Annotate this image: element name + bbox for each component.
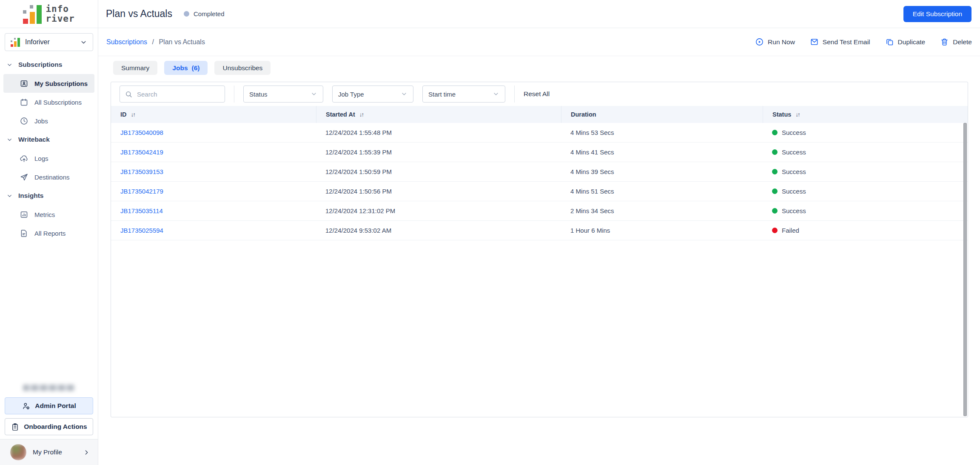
- duplicate-button[interactable]: Duplicate: [885, 37, 926, 46]
- badge-user-icon: [20, 79, 28, 88]
- edit-subscription-button[interactable]: Edit Subscription: [903, 6, 971, 22]
- status-dot-icon: [772, 188, 778, 194]
- job-id-link[interactable]: JB1735035114: [120, 207, 163, 214]
- sidebar-item-my-subscriptions[interactable]: My Subscriptions: [3, 74, 94, 93]
- table-header: ID ↓↑ Started At ↓↑ Duration Status ↓↑: [111, 106, 968, 123]
- admin-portal-label: Admin Portal: [35, 402, 76, 410]
- job-id-link[interactable]: JB1735040098: [120, 129, 163, 136]
- column-header-duration: Duration: [561, 106, 763, 123]
- brand-word-line1: info: [46, 4, 74, 14]
- started-at-cell: 12/24/2024 12:31:02 PM: [316, 207, 561, 214]
- sidebar-item-label: Jobs: [34, 117, 48, 125]
- status-dot-icon: [772, 169, 778, 174]
- section-label: Writeback: [18, 136, 50, 143]
- status-dot-icon: [772, 208, 778, 214]
- status-label: Success: [782, 188, 806, 195]
- search-icon: [125, 90, 133, 98]
- chevron-down-icon: [6, 193, 13, 199]
- status-label: Success: [782, 148, 806, 156]
- run-now-button[interactable]: Run Now: [755, 37, 795, 46]
- tabs: Summary Jobs (6) Unsubscribes: [98, 56, 980, 75]
- table-row: JB1735042179 12/24/2024 1:50:56 PM 4 Min…: [111, 182, 968, 201]
- sidebar-item-all-subscriptions[interactable]: All Subscriptions: [3, 93, 94, 111]
- delete-button[interactable]: Delete: [940, 37, 972, 46]
- status-cell: Success: [763, 188, 968, 195]
- person-gear-icon: [22, 402, 31, 411]
- sidebar-section-writeback[interactable]: Writeback: [0, 130, 98, 149]
- my-profile-row[interactable]: My Profile: [0, 439, 98, 465]
- chevron-down-icon: [493, 91, 499, 97]
- trash-icon: [940, 37, 949, 46]
- chevron-down-icon: [401, 91, 407, 97]
- onboarding-actions-button[interactable]: Onboarding Actions: [5, 418, 93, 435]
- breadcrumb-subscriptions-link[interactable]: Subscriptions: [106, 38, 147, 46]
- sort-arrows-icon[interactable]: ↓↑: [131, 111, 135, 118]
- column-label: ID: [120, 111, 127, 118]
- job-id-link[interactable]: JB1735042179: [120, 188, 163, 195]
- started-at-cell: 12/24/2024 9:53:02 AM: [316, 227, 561, 234]
- tab-summary[interactable]: Summary: [113, 61, 157, 75]
- table-row: JB1735035114 12/24/2024 12:31:02 PM 2 Mi…: [111, 201, 968, 221]
- status-label: Failed: [782, 227, 799, 234]
- job-id-link[interactable]: JB1735025594: [120, 227, 163, 234]
- sort-arrows-icon[interactable]: ↓↑: [359, 111, 364, 118]
- breadcrumb-bar: Subscriptions / Plan vs Actuals Run Now …: [98, 28, 980, 56]
- table-row: JB1735042419 12/24/2024 1:55:39 PM 4 Min…: [111, 143, 968, 162]
- calendar-icon: [20, 98, 28, 107]
- sidebar-section-subscriptions[interactable]: Subscriptions: [0, 55, 98, 74]
- sort-arrows-icon[interactable]: ↓↑: [795, 111, 800, 118]
- duration-cell: 2 Mins 34 Secs: [561, 207, 763, 214]
- table-row: JB1735040098 12/24/2024 1:55:48 PM 4 Min…: [111, 123, 968, 143]
- column-header-started-at: Started At ↓↑: [316, 106, 561, 123]
- sidebar-item-metrics[interactable]: Metrics: [3, 205, 94, 224]
- run-now-label: Run Now: [768, 38, 795, 46]
- reset-all-button[interactable]: Reset All: [524, 90, 550, 98]
- job-id-link[interactable]: JB1735042419: [120, 148, 163, 156]
- start-time-filter-dropdown[interactable]: Start time: [422, 86, 505, 103]
- sidebar-item-label: All Subscriptions: [34, 99, 82, 106]
- sidebar-section-insights[interactable]: Insights: [0, 186, 98, 205]
- main-area: Plan vs Actuals Completed Edit Subscript…: [98, 0, 980, 465]
- sidebar-item-destinations[interactable]: Destinations: [3, 168, 94, 186]
- section-label: Subscriptions: [18, 61, 62, 68]
- email-icon: [810, 37, 819, 46]
- status-filter-label: Status: [249, 91, 268, 98]
- brand-wordmark: info river: [46, 4, 74, 24]
- job-type-filter-dropdown[interactable]: Job Type: [332, 86, 413, 103]
- duration-cell: 4 Mins 39 Secs: [561, 168, 763, 175]
- play-circle-icon: [755, 37, 764, 46]
- sidebar-item-jobs[interactable]: Jobs: [3, 111, 94, 130]
- sidebar-item-label: Logs: [34, 155, 48, 162]
- job-id-link[interactable]: JB1735039153: [120, 168, 163, 175]
- status-badge: Completed: [184, 10, 225, 17]
- chevron-down-icon: [6, 62, 13, 68]
- sidebar-item-logs[interactable]: Logs: [3, 149, 94, 168]
- chevron-right-icon: [83, 449, 90, 456]
- inforiver-logo-icon: [23, 3, 42, 25]
- sidebar-item-all-reports[interactable]: All Reports: [3, 224, 94, 242]
- tab-jobs[interactable]: Jobs (6): [164, 61, 208, 75]
- brand-logo: info river: [0, 0, 98, 28]
- tab-jobs-count: (6): [192, 64, 200, 72]
- tab-unsubscribes[interactable]: Unsubscribes: [214, 61, 271, 75]
- search-input[interactable]: [120, 86, 225, 102]
- breadcrumb-current: Plan vs Actuals: [159, 38, 205, 46]
- inforiver-mini-logo-icon: [11, 37, 20, 47]
- vertical-scrollbar[interactable]: [963, 123, 967, 416]
- workspace-selector[interactable]: Inforiver: [5, 33, 93, 51]
- clock-icon: [20, 117, 28, 126]
- admin-portal-button[interactable]: Admin Portal: [5, 397, 93, 414]
- bar-chart-icon: [20, 210, 28, 219]
- status-label: Success: [782, 129, 806, 136]
- my-profile-label: My Profile: [33, 448, 62, 456]
- chevron-down-icon: [311, 91, 317, 97]
- send-test-email-button[interactable]: Send Test Email: [810, 37, 870, 46]
- section-label: Insights: [18, 192, 43, 200]
- status-filter-dropdown[interactable]: Status: [243, 86, 323, 103]
- duration-cell: 4 Mins 51 Secs: [561, 188, 763, 195]
- status-cell: Success: [763, 129, 968, 136]
- breadcrumb: Subscriptions / Plan vs Actuals: [106, 38, 205, 46]
- column-label: Started At: [326, 111, 355, 118]
- filter-divider: [514, 86, 515, 103]
- sidebar-bottom: Admin Portal Onboarding Actions My Profi…: [0, 385, 98, 465]
